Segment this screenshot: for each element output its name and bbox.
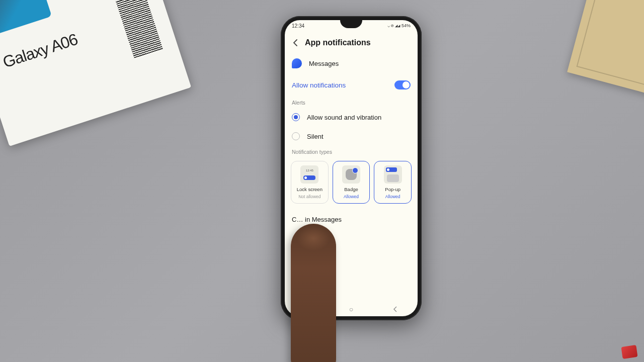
nav-back[interactable] xyxy=(383,306,408,312)
chevron-left-icon xyxy=(293,39,298,46)
type-card-popup[interactable]: Pop-up Allowed xyxy=(374,161,412,204)
type-status: Not allowed xyxy=(298,194,320,199)
notification-types-grid: 12:45 Lock screen Not allowed Badge Allo… xyxy=(285,157,418,211)
radio-label: Allow sound and vibration xyxy=(307,114,381,121)
status-icons: ⌵ ⊘ ◢◢ xyxy=(387,23,400,28)
type-title: Pop-up xyxy=(385,187,400,192)
wooden-prop xyxy=(567,0,644,96)
radio-sound-vibration[interactable]: Allow sound and vibration xyxy=(285,108,418,127)
allow-label: Allow notifications xyxy=(292,81,346,89)
finger-overlay xyxy=(291,224,336,362)
type-title: Badge xyxy=(344,187,358,192)
radio-button[interactable] xyxy=(292,113,300,121)
radio-button[interactable] xyxy=(292,132,300,140)
status-right: ⌵ ⊘ ◢◢ 54% xyxy=(387,23,411,28)
types-section-label: Notification types xyxy=(285,146,418,157)
radio-silent[interactable]: Silent xyxy=(285,127,418,146)
allow-notifications-row[interactable]: Allow notifications xyxy=(285,73,418,97)
type-title: Lock screen xyxy=(297,187,323,192)
messages-app-icon xyxy=(292,58,302,68)
badge-preview-icon xyxy=(342,165,360,184)
chevron-left-icon xyxy=(393,306,398,312)
alerts-section-label: Alerts xyxy=(285,97,418,108)
product-box-prop: Galaxy A06 xyxy=(0,0,191,146)
lockscreen-preview-icon: 12:45 xyxy=(300,165,318,184)
status-time: 12:34 xyxy=(292,23,304,29)
watermark-icon xyxy=(621,345,637,359)
type-status: Allowed xyxy=(385,194,400,199)
type-card-lockscreen[interactable]: 12:45 Lock screen Not allowed xyxy=(291,161,329,204)
allow-toggle[interactable] xyxy=(394,80,411,89)
nav-home[interactable]: ○ xyxy=(339,305,364,313)
page-title: App notifications xyxy=(305,38,371,47)
header: App notifications xyxy=(285,31,418,53)
product-box-label: Galaxy A06 xyxy=(1,30,80,72)
app-row[interactable]: Messages xyxy=(285,53,418,73)
type-card-badge[interactable]: Badge Allowed xyxy=(333,161,370,204)
back-button[interactable] xyxy=(291,38,300,47)
status-battery: 54% xyxy=(401,23,411,28)
type-status: Allowed xyxy=(344,194,359,199)
radio-label: Silent xyxy=(307,133,324,140)
popup-preview-icon xyxy=(384,165,402,184)
barcode-graphic xyxy=(116,0,163,58)
app-name: Messages xyxy=(309,60,339,67)
